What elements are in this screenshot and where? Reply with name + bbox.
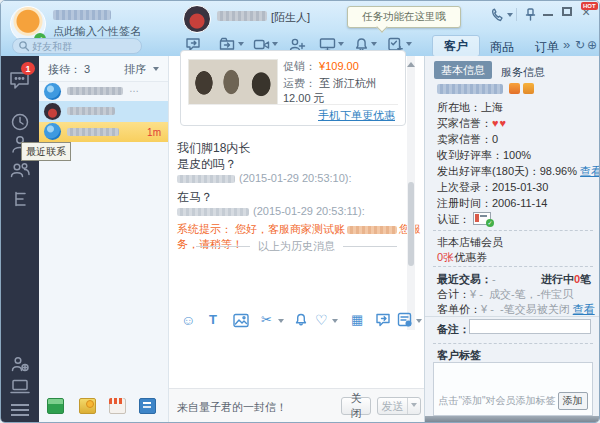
message-timestamp: (2015-01-29 20:53:11):: [177, 205, 365, 217]
call-caret[interactable]: [507, 13, 513, 20]
alarm-caret[interactable]: [371, 42, 377, 49]
contact-name-redacted: [67, 107, 115, 115]
notice-text: 来自量子君的一封信！: [177, 400, 287, 415]
sort-button[interactable]: 排序: [124, 62, 146, 77]
subtab-basic-info[interactable]: 基本信息: [434, 61, 492, 79]
contact-name-redacted: [67, 87, 123, 95]
refresh-icon[interactable]: ↻: [575, 38, 585, 52]
partner-avatar[interactable]: [183, 5, 211, 33]
contact-row[interactable]: …: [39, 82, 168, 101]
maximize-button[interactable]: [562, 7, 572, 16]
promo-price: ¥109.00: [319, 60, 359, 72]
subtab-service-info[interactable]: 服务信息: [501, 65, 545, 80]
hot-badge: HOT: [581, 2, 598, 10]
wallet-icon[interactable]: [79, 398, 96, 414]
signature-field[interactable]: 点此输入个性签名: [53, 24, 141, 39]
image-icon[interactable]: [233, 313, 249, 328]
message-forward-icon[interactable]: [375, 312, 392, 328]
remark-input[interactable]: [469, 319, 591, 334]
favorite-caret[interactable]: [332, 319, 338, 326]
divider: [425, 316, 600, 317]
contact-list-header: 接待： 3 排序: [39, 56, 168, 82]
gift-icon[interactable]: [47, 398, 64, 414]
main-menu-icon[interactable]: [11, 404, 29, 416]
scroll-up-arrow[interactable]: [407, 58, 415, 67]
org-structure-icon[interactable]: [11, 190, 29, 208]
customer-tags-title: 客户标签: [437, 348, 481, 363]
mobile-order-link[interactable]: 手机下单更优惠: [318, 108, 395, 123]
shake-icon[interactable]: [293, 312, 309, 328]
quick-reply-icon[interactable]: [397, 312, 413, 328]
add-panel-icon[interactable]: ⊕: [587, 38, 597, 52]
sort-caret[interactable]: [153, 67, 159, 74]
sender-redacted: [177, 175, 235, 183]
send-file-caret[interactable]: [238, 42, 244, 49]
remark-label: 备注：: [437, 322, 470, 337]
contact-row-alert[interactable]: 1m: [39, 122, 168, 142]
contact-avatar: [44, 83, 61, 100]
info-row: 注册时间：2006-11-14: [437, 196, 547, 211]
customer-name-redacted: [437, 84, 503, 94]
card-divider: [188, 104, 398, 105]
customer-badge: [523, 83, 534, 94]
message-text: 我们脚18内长: [177, 140, 250, 157]
info-row: 收到好评率：100%: [437, 148, 531, 163]
info-row: 发出好评率(180天)：98.96% 查看: [437, 164, 600, 179]
screenshot-icon[interactable]: ✂: [261, 312, 272, 328]
scroll-thumb[interactable]: [408, 182, 414, 266]
task-caret[interactable]: [406, 42, 412, 49]
rating-view-link[interactable]: 查看: [580, 165, 600, 177]
contact-ellipsis: …: [129, 83, 139, 94]
calculator-icon[interactable]: ▦: [351, 312, 363, 328]
contact-name-redacted: [67, 128, 119, 136]
minimize-button[interactable]: [543, 14, 553, 16]
send-button[interactable]: 发送: [377, 397, 421, 415]
unread-badge: 1: [21, 62, 35, 75]
left-rail: 1: [1, 56, 39, 423]
customer-badge: [509, 83, 520, 94]
favorite-icon[interactable]: ♡: [315, 312, 328, 328]
groups-icon[interactable]: [8, 160, 32, 180]
tags-hint: 点击"添加"对会员添加标签添加: [434, 392, 592, 410]
add-service-icon[interactable]: [10, 354, 30, 374]
divider: [433, 266, 593, 267]
closed-trades-link[interactable]: 查看: [573, 303, 595, 315]
contact-footer: [39, 398, 168, 414]
emoticon-icon[interactable]: ☺: [181, 312, 195, 328]
task-tooltip: 任务功能在这里哦: [347, 6, 461, 28]
search-input[interactable]: [30, 40, 130, 53]
quick-reply-caret[interactable]: [416, 319, 422, 326]
search-box[interactable]: [12, 38, 142, 54]
expand-tabs-icon[interactable]: »: [563, 37, 570, 52]
history-divider: 以上为历史消息: [169, 239, 424, 254]
account-redacted: [347, 226, 397, 234]
add-tag-button[interactable]: 添加: [558, 392, 588, 410]
recent-trade-row: 最近交易：- 进行中0笔: [437, 272, 591, 287]
send-options-caret[interactable]: [407, 398, 420, 414]
info-row: 上次登录：2015-01-30: [437, 180, 548, 195]
tab-order[interactable]: 订单: [535, 39, 559, 56]
top-banner: ✓ 点此输入个性签名 [陌生人]: [1, 1, 600, 56]
message-input[interactable]: [169, 330, 424, 388]
pin-icon[interactable]: [523, 7, 537, 22]
partner-tag: [陌生人]: [271, 10, 310, 25]
contact-row-selected[interactable]: [39, 101, 168, 122]
seller-app-icon[interactable]: [139, 398, 156, 414]
font-icon[interactable]: T: [209, 312, 217, 328]
remote-desktop-caret[interactable]: [338, 42, 344, 49]
call-icon[interactable]: [490, 8, 505, 23]
divider: [433, 343, 593, 344]
devices-icon[interactable]: [9, 378, 31, 396]
recent-icon[interactable]: [10, 112, 30, 132]
tab-customer[interactable]: 客户: [432, 35, 480, 57]
close-notice-button[interactable]: 关闭: [341, 397, 371, 415]
shop-icon[interactable]: [109, 398, 126, 414]
contact-avatar: [44, 103, 61, 120]
certification-icon: ✓: [473, 212, 491, 225]
membership-status: 非本店铺会员: [437, 235, 503, 250]
screenshot-caret[interactable]: [278, 319, 284, 326]
video-call-caret[interactable]: [272, 42, 278, 49]
tab-product[interactable]: 商品: [490, 39, 514, 56]
product-card[interactable]: 促销： ¥109.00 运费： 至 浙江杭州 12.00 元 手机下单更优惠: [180, 50, 406, 126]
self-name-redacted: [53, 10, 111, 20]
